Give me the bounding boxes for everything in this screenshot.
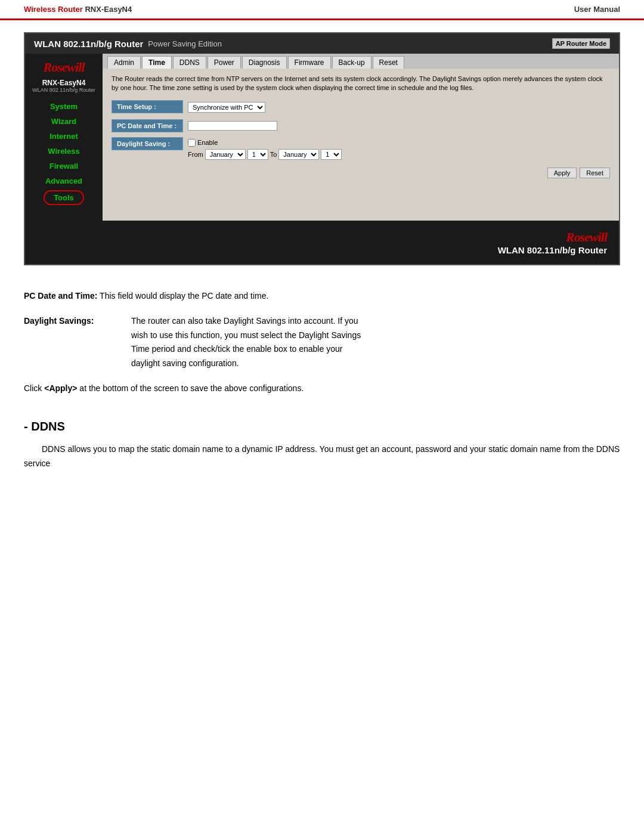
pc-date-label: PC Date and Time : xyxy=(112,119,183,132)
time-setup-select[interactable]: Synchronize with PC xyxy=(188,102,265,113)
tab-admin[interactable]: Admin xyxy=(107,56,141,69)
daylight-saving-control: Enable From January 1 To xyxy=(183,137,346,162)
header-right: User Manual xyxy=(574,5,620,14)
click-text: at the bottom of the screen to save the … xyxy=(77,383,304,393)
sidebar-item-tools[interactable]: Tools xyxy=(44,190,84,205)
router-footer: Rosewill WLAN 802.11n/b/g Router xyxy=(25,221,619,264)
mode-dropdown[interactable]: AP Router Mode xyxy=(552,38,610,49)
router-description: The Router reads the correct time from N… xyxy=(112,75,610,93)
from-label: From xyxy=(188,151,203,158)
daylight-from-to: From January 1 To January xyxy=(188,149,342,160)
daylight-savings-block: Daylight Savings: The router can also ta… xyxy=(24,314,620,371)
daylight-line1: The router can also take Daylight Saving… xyxy=(131,314,361,329)
click-label: Click xyxy=(24,383,44,393)
daylight-options: Enable From January 1 To xyxy=(188,139,342,160)
footer-logo: Rosewill xyxy=(566,230,607,245)
apply-button[interactable]: Apply xyxy=(547,168,577,178)
pc-date-term: PC Date and Time: xyxy=(24,291,97,301)
time-setup-label: Time Setup : xyxy=(112,100,183,113)
ddns-description: DDNS allows you to map the static domain… xyxy=(24,442,620,471)
form-buttons: Apply Reset xyxy=(112,168,610,178)
tab-diagnosis[interactable]: Diagnosis xyxy=(242,56,287,69)
header-wireless-router-label: Wireless Router xyxy=(24,5,85,14)
pc-date-desc: This field would display the PC date and… xyxy=(97,291,268,301)
router-sidebar: Rosewill RNX-EasyN4 WLAN 802.11n/b/g Rou… xyxy=(25,54,103,221)
tab-firmware[interactable]: Firmware xyxy=(288,56,331,69)
sidebar-item-advanced[interactable]: Advanced xyxy=(25,174,103,188)
document-content: PC Date and Time: This field would displ… xyxy=(0,283,644,482)
router-title-bold: WLAN 802.11n/b/g Router xyxy=(34,39,143,49)
pc-date-para: PC Date and Time: This field would displ… xyxy=(24,289,620,304)
document-header: Wireless Router RNX-EasyN4 User Manual xyxy=(0,0,644,20)
header-left: Wireless Router RNX-EasyN4 xyxy=(24,5,132,14)
pc-date-row: PC Date and Time : xyxy=(112,119,610,132)
sidebar-device-name: RNX-EasyN4 xyxy=(42,79,86,87)
to-month-select[interactable]: January xyxy=(278,149,319,160)
sidebar-logo: Rosewill xyxy=(43,60,84,75)
daylight-enable-checkbox[interactable] xyxy=(188,139,196,147)
router-nav-tabs: Admin Time DDNS Power Diagnosis Firmware… xyxy=(103,54,619,69)
to-day-select[interactable]: 1 xyxy=(321,149,342,160)
router-top-bar: WLAN 802.11n/b/g Router Power Saving Edi… xyxy=(25,33,619,54)
daylight-line2: wish to use this function, you must sele… xyxy=(131,329,361,343)
header-model: RNX-EasyN4 xyxy=(85,5,132,14)
daylight-saving-label: Daylight Saving : xyxy=(112,137,183,150)
sidebar-device-sub: WLAN 802.11n/b/g Router xyxy=(32,87,95,93)
click-apply-strong: <Apply> xyxy=(44,383,77,393)
daylight-saving-row: Daylight Saving : Enable From January xyxy=(112,137,610,162)
tab-time[interactable]: Time xyxy=(142,56,172,69)
ddns-section-title: - DDNS xyxy=(24,420,620,433)
tab-power[interactable]: Power xyxy=(208,56,241,69)
router-content-area: Admin Time DDNS Power Diagnosis Firmware… xyxy=(103,54,619,221)
reset-button[interactable]: Reset xyxy=(580,168,610,178)
daylight-enable-label: Enable xyxy=(188,139,218,147)
sidebar-item-internet[interactable]: Internet xyxy=(25,129,103,144)
time-setup-control: Synchronize with PC xyxy=(183,100,270,114)
daylight-line3: Time period and check/tick the enable bo… xyxy=(131,342,361,357)
tab-ddns[interactable]: DDNS xyxy=(173,56,206,69)
click-apply-para: Click <Apply> at the bottom of the scree… xyxy=(24,382,620,396)
footer-model: WLAN 802.11n/b/g Router xyxy=(498,245,607,255)
daylight-enable-text: Enable xyxy=(197,139,218,146)
router-main-area: Rosewill RNX-EasyN4 WLAN 802.11n/b/g Rou… xyxy=(25,54,619,221)
daylight-desc: The router can also take Daylight Saving… xyxy=(131,314,361,371)
sidebar-item-firewall[interactable]: Firewall xyxy=(25,159,103,174)
sidebar-item-wizard[interactable]: Wizard xyxy=(25,114,103,129)
pc-date-control xyxy=(183,119,282,132)
to-label: To xyxy=(270,151,277,158)
pc-date-input[interactable] xyxy=(188,121,277,131)
from-day-select[interactable]: 1 xyxy=(247,149,268,160)
daylight-line4: daylight saving configuration. xyxy=(131,357,361,371)
daylight-term: Daylight Savings: xyxy=(24,314,131,371)
router-power-saving: Power Saving Edition xyxy=(148,39,222,48)
time-setup-row: Time Setup : Synchronize with PC xyxy=(112,100,610,114)
from-month-select[interactable]: January xyxy=(205,149,246,160)
router-form-area: The Router reads the correct time from N… xyxy=(103,69,619,184)
sidebar-item-system[interactable]: System xyxy=(25,99,103,114)
tab-backup[interactable]: Back-up xyxy=(332,56,371,69)
router-ui-screenshot: WLAN 802.11n/b/g Router Power Saving Edi… xyxy=(24,32,620,265)
tab-reset[interactable]: Reset xyxy=(373,56,404,69)
sidebar-item-wireless[interactable]: Wireless xyxy=(25,144,103,159)
